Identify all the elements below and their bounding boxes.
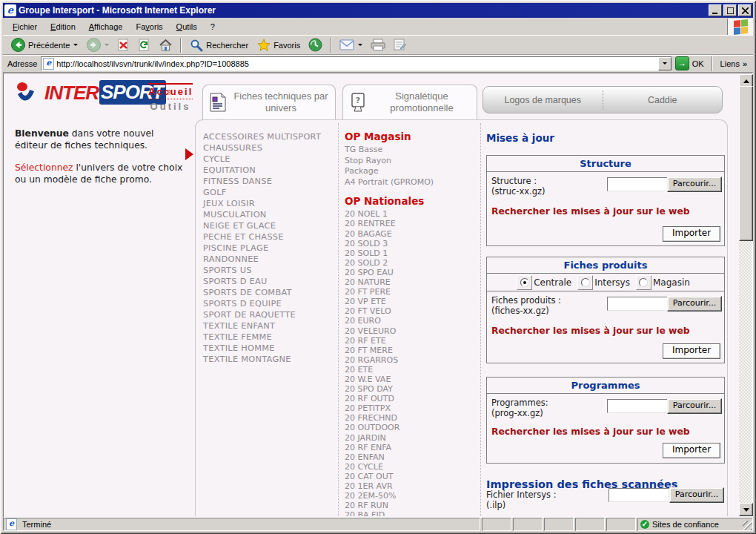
- accueil-link[interactable]: Accueil: [148, 86, 193, 99]
- universe-link[interactable]: CYCLE: [203, 154, 335, 165]
- op-nationale-link[interactable]: 20 SPO EAU: [345, 268, 478, 277]
- op-nationale-link[interactable]: 20 FT PERE: [345, 287, 478, 297]
- fiches-import-button[interactable]: Importer: [663, 343, 720, 359]
- op-nationale-link[interactable]: 20 BA FID: [345, 510, 478, 516]
- op-nationale-link[interactable]: 20 ETE: [345, 365, 478, 375]
- tab-fiches-techniques[interactable]: Fiches techniques par univers: [202, 85, 336, 119]
- print-button[interactable]: [368, 36, 388, 53]
- menu-item-?[interactable]: ?: [204, 20, 222, 33]
- universe-link[interactable]: TEXTILE FEMME: [203, 332, 335, 343]
- universe-link[interactable]: FITNESS DANSE: [203, 176, 335, 187]
- universe-link[interactable]: RANDONNEE: [203, 254, 335, 265]
- fiches-browse-button[interactable]: Parcourir...: [667, 296, 722, 312]
- op-nationale-link[interactable]: 20 SOLD 3: [345, 239, 478, 248]
- menu-item-outils[interactable]: Outils: [170, 20, 204, 33]
- op-nationale-link[interactable]: 20 NOEL 1: [345, 209, 478, 219]
- structure-search-updates-link[interactable]: Rechercher les mises à jour sur le web: [491, 206, 690, 217]
- universe-link[interactable]: TEXTILE MONTAGNE: [203, 354, 335, 365]
- fiches-file-input[interactable]: [607, 297, 668, 311]
- menu-item-favoris[interactable]: Favoris: [129, 20, 169, 33]
- op-magasin-link[interactable]: TG Basse: [345, 145, 478, 156]
- op-nationale-link[interactable]: 20 CYCLE: [345, 462, 478, 472]
- universe-link[interactable]: PISCINE PLAGE: [203, 243, 335, 254]
- universe-link[interactable]: NEIGE ET GLACE: [203, 220, 335, 231]
- op-nationale-link[interactable]: 20 2EM-50%: [345, 491, 478, 501]
- universe-link[interactable]: GOLF: [203, 187, 335, 198]
- universe-link[interactable]: SPORTS DE COMBAT: [203, 287, 335, 298]
- programmes-import-button[interactable]: Importer: [663, 443, 720, 458]
- op-nationale-link[interactable]: 20 ENFAN: [345, 452, 478, 462]
- refresh-button[interactable]: [135, 36, 154, 54]
- op-nationale-link[interactable]: 20 SOLD 1: [345, 248, 478, 258]
- impression-file-input[interactable]: [609, 488, 669, 502]
- op-nationale-link[interactable]: 20 1ER AVR: [345, 481, 478, 491]
- stop-button[interactable]: [114, 36, 133, 54]
- go-button[interactable]: → OK: [672, 56, 709, 71]
- home-button[interactable]: [156, 36, 176, 54]
- history-button[interactable]: [305, 36, 325, 54]
- radio-magasin[interactable]: [636, 275, 651, 290]
- universe-link[interactable]: SPORTS D EQUIPE: [203, 298, 335, 309]
- op-nationale-link[interactable]: 20 VELEURO: [345, 326, 478, 336]
- logos-de-marques-button[interactable]: Logos de marques: [483, 87, 603, 113]
- op-nationale-link[interactable]: 20 RF ENFA: [345, 443, 478, 452]
- op-nationale-link[interactable]: 20 RF RUN: [345, 501, 478, 510]
- op-nationale-link[interactable]: 20 W.E VAE: [345, 375, 478, 384]
- universe-link[interactable]: SPORT DE RAQUETTE: [203, 309, 335, 320]
- outils-link[interactable]: Outils: [148, 99, 193, 112]
- caddie-button[interactable]: Caddie: [603, 87, 723, 113]
- universe-link[interactable]: CHAUSSURES: [203, 142, 335, 154]
- radio-intersys[interactable]: [577, 275, 593, 290]
- op-nationale-link[interactable]: 20 SPO DAY: [345, 384, 478, 394]
- radio-centrale[interactable]: [517, 275, 532, 290]
- mail-dropdown-icon[interactable]: [358, 44, 362, 46]
- universe-link[interactable]: EQUITATION: [203, 165, 335, 176]
- menu-item-affichage[interactable]: Affichage: [82, 20, 130, 33]
- universe-link[interactable]: SPORTS D EAU: [203, 276, 335, 287]
- structure-import-button[interactable]: Importer: [663, 226, 720, 242]
- back-dropdown-icon[interactable]: [73, 44, 78, 46]
- universe-link[interactable]: JEUX LOISIR: [203, 198, 335, 209]
- op-nationale-link[interactable]: 20 VP ETE: [345, 297, 478, 306]
- op-nationale-link[interactable]: 20 FRECHND: [345, 413, 478, 423]
- mail-button[interactable]: [336, 37, 366, 53]
- universe-link[interactable]: TEXTILE ENFANT: [203, 320, 335, 332]
- programmes-file-input[interactable]: [607, 399, 668, 413]
- op-nationale-link[interactable]: 20 BAGAGE: [345, 229, 478, 239]
- impression-browse-button[interactable]: Parcourir...: [669, 487, 724, 503]
- vertical-scrollbar[interactable]: [739, 74, 752, 516]
- fiches-search-updates-link[interactable]: Rechercher les mises à jour sur le web: [491, 326, 690, 336]
- minimize-button[interactable]: [709, 4, 722, 16]
- scroll-down-button[interactable]: [739, 503, 753, 516]
- back-button[interactable]: Précédente: [7, 36, 82, 54]
- universe-link[interactable]: SPORTS US: [203, 265, 335, 276]
- op-nationale-link[interactable]: 20 OUTDOOR: [345, 423, 478, 432]
- search-button[interactable]: Rechercher: [186, 36, 252, 54]
- tab-signaletique[interactable]: ? Signalétique promotionnelle: [342, 85, 477, 119]
- op-nationale-link[interactable]: 20 JARDIN: [345, 433, 478, 443]
- links-menu[interactable]: Liens »: [716, 59, 752, 68]
- forward-button[interactable]: [83, 36, 113, 54]
- op-nationale-link[interactable]: 20 NATURE: [345, 277, 478, 287]
- op-magasin-link[interactable]: Package: [345, 166, 478, 177]
- structure-browse-button[interactable]: Parcourir...: [667, 177, 722, 192]
- close-button[interactable]: [738, 4, 752, 16]
- universe-link[interactable]: TEXTILE HOMME: [203, 343, 335, 354]
- op-nationale-link[interactable]: 20 FT VELO: [345, 306, 478, 316]
- op-nationale-link[interactable]: 20 PETITPX: [345, 403, 478, 413]
- forward-dropdown-icon[interactable]: [105, 44, 109, 46]
- edit-button[interactable]: [390, 36, 409, 53]
- op-magasin-link[interactable]: A4 Portrait (GPROMO): [345, 177, 478, 188]
- programmes-search-updates-link[interactable]: Rechercher les mises à jour sur le web: [491, 426, 690, 437]
- universe-link[interactable]: ACCESSOIRES MULTISPORT: [203, 131, 335, 142]
- universe-link[interactable]: MUSCULATION: [203, 209, 335, 220]
- menu-item-fichier[interactable]: Fichier: [6, 20, 44, 33]
- op-nationale-link[interactable]: 20 RGARROS: [345, 355, 478, 365]
- op-nationale-link[interactable]: 20 SOLD 2: [345, 258, 478, 268]
- maximize-button[interactable]: [723, 4, 737, 16]
- op-nationale-link[interactable]: 20 RF OUTD: [345, 394, 478, 403]
- address-input[interactable]: e http://localhost/ilvsvn/trunk/ilv/inde…: [41, 56, 672, 71]
- universe-link[interactable]: PECHE ET CHASSE: [203, 231, 335, 243]
- op-nationale-link[interactable]: 20 RF ETE: [345, 336, 478, 346]
- address-dropdown-button[interactable]: [658, 57, 672, 70]
